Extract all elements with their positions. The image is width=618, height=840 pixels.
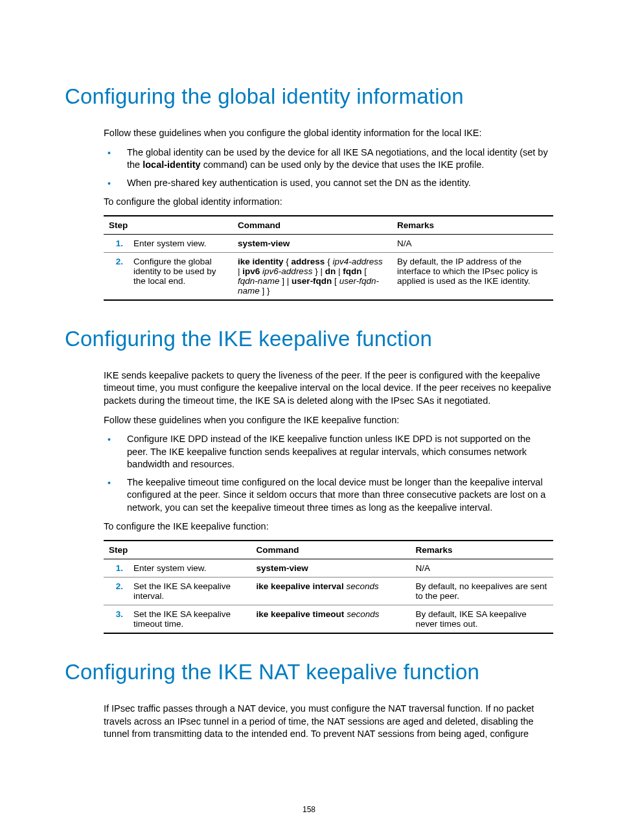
list-item: The global identity can be used by the d… — [104, 146, 553, 172]
remarks-cell: N/A — [411, 559, 553, 578]
command-cell: system-view — [251, 559, 411, 578]
list-item: When pre-shared key authentication is us… — [104, 177, 553, 190]
step-description: Set the IKE SA keepalive timeout time. — [128, 605, 251, 634]
command-cell: ike keepalive interval seconds — [251, 578, 411, 605]
step-description: Set the IKE SA keepalive interval. — [128, 578, 251, 605]
document-page: Configuring the global identity informat… — [0, 0, 618, 840]
list-item: The keepalive timeout time configured on… — [104, 476, 553, 515]
section-heading: Configuring the global identity informat… — [65, 84, 553, 109]
step-number: 2. — [104, 578, 128, 605]
table-row: 2.Set the IKE SA keepalive interval.ike … — [104, 578, 553, 605]
step-number: 2. — [104, 252, 128, 300]
step-number: 1. — [104, 234, 128, 252]
th-remarks: Remarks — [411, 541, 553, 559]
th-command: Command — [233, 216, 392, 235]
th-remarks: Remarks — [392, 216, 553, 235]
step-number: 3. — [104, 605, 128, 634]
bullet-list: The global identity can be used by the d… — [65, 146, 553, 190]
paragraph: If IPsec traffic passes through a NAT de… — [65, 703, 553, 741]
paragraph: IKE sends keepalive packets to query the… — [65, 369, 553, 408]
remarks-cell: N/A — [392, 234, 553, 252]
remarks-cell: By default, no keepalives are sent to th… — [411, 578, 553, 605]
remarks-cell: By default, the IP address of the interf… — [392, 252, 553, 300]
th-command: Command — [251, 541, 411, 559]
paragraph: Follow these guidelines when you configu… — [65, 414, 553, 427]
bullet-list: Configure IKE DPD instead of the IKE kee… — [65, 433, 553, 514]
command-table: Step Command Remarks 1.Enter system view… — [104, 215, 553, 301]
th-step: Step — [104, 541, 251, 559]
table-row: 2.Configure the global identity to be us… — [104, 252, 553, 300]
command-cell: ike keepalive timeout seconds — [251, 605, 411, 634]
th-step: Step — [104, 216, 233, 235]
step-number: 1. — [104, 559, 128, 578]
table-body: 1.Enter system view.system-viewN/A2.Set … — [104, 559, 553, 634]
step-description: Configure the global identity to be used… — [128, 252, 233, 300]
page-number: 158 — [0, 805, 618, 814]
command-cell: ike identity { address { ipv4-address | … — [233, 252, 392, 300]
table-body: 1.Enter system view.system-viewN/A2.Conf… — [104, 234, 553, 300]
command-cell: system-view — [233, 234, 392, 252]
section-heading: Configuring the IKE keepalive function — [65, 327, 553, 351]
step-description: Enter system view. — [128, 559, 251, 578]
step-description: Enter system view. — [128, 234, 233, 252]
remarks-cell: By default, IKE SA keepalive never times… — [411, 605, 553, 634]
table-row: 1.Enter system view.system-viewN/A — [104, 234, 553, 252]
section-heading: Configuring the IKE NAT keepalive functi… — [65, 660, 553, 684]
paragraph: Follow these guidelines when you configu… — [65, 127, 553, 140]
table-row: 3.Set the IKE SA keepalive timeout time.… — [104, 605, 553, 634]
command-table: Step Command Remarks 1.Enter system view… — [104, 540, 553, 634]
list-item: Configure IKE DPD instead of the IKE kee… — [104, 433, 553, 471]
paragraph: To configure the IKE keepalive function: — [65, 520, 553, 533]
table-row: 1.Enter system view.system-viewN/A — [104, 559, 553, 578]
paragraph: To configure the global identity informa… — [65, 196, 553, 209]
